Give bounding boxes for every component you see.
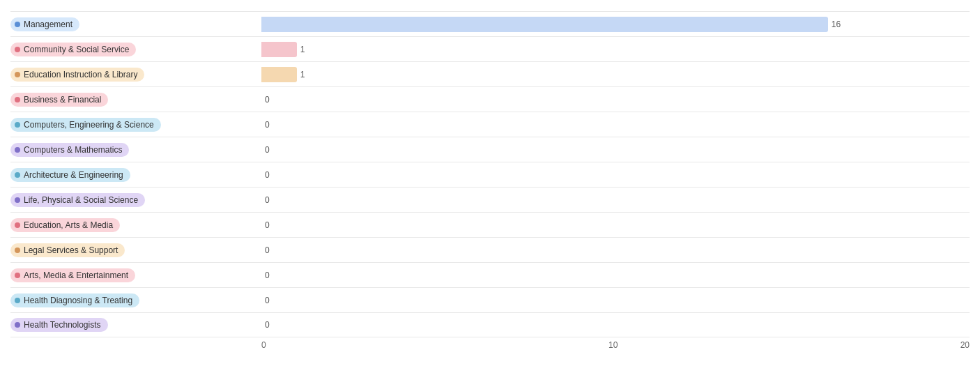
bar-value-label: 1 bbox=[300, 70, 305, 79]
bar-label-container: Legal Services & Support bbox=[10, 238, 261, 262]
label-pill: Education Instruction & Library bbox=[10, 68, 144, 82]
bar-row: Community & Social Service1 bbox=[10, 36, 970, 61]
label-pill: Health Diagnosing & Treating bbox=[10, 293, 139, 307]
bar-label-container: Health Diagnosing & Treating bbox=[10, 288, 261, 312]
bar-label-text: Computers, Engineering & Science bbox=[24, 120, 154, 130]
pill-dot bbox=[15, 222, 20, 228]
bar-label-text: Management bbox=[24, 20, 72, 29]
bar-value-label: 0 bbox=[265, 296, 270, 305]
pill-dot bbox=[15, 97, 20, 102]
pill-dot bbox=[15, 22, 20, 27]
x-tick: 10 bbox=[608, 340, 618, 350]
bar-row: Arts, Media & Entertainment0 bbox=[10, 262, 970, 287]
label-pill: Architecture & Engineering bbox=[10, 168, 130, 182]
bar-value-label: 0 bbox=[265, 120, 270, 130]
label-pill: Arts, Media & Entertainment bbox=[10, 268, 135, 282]
bar-section: 0 bbox=[261, 213, 970, 237]
bar-value-label: 0 bbox=[265, 270, 270, 280]
x-axis-inner: 01020 bbox=[261, 340, 970, 350]
bar-section: 0 bbox=[261, 112, 970, 137]
label-pill: Computers & Mathematics bbox=[10, 143, 129, 157]
x-tick: 0 bbox=[261, 340, 266, 350]
pill-dot bbox=[15, 47, 20, 52]
bar-label-text: Education, Arts & Media bbox=[24, 220, 113, 230]
bar-section: 0 bbox=[261, 188, 970, 212]
bar-value-label: 0 bbox=[265, 195, 270, 205]
bar-section: 1 bbox=[261, 62, 970, 86]
label-pill: Legal Services & Support bbox=[10, 243, 125, 257]
label-pill: Life, Physical & Social Science bbox=[10, 193, 145, 207]
bar-section: 0 bbox=[261, 162, 970, 187]
bar-value-label: 0 bbox=[265, 220, 270, 230]
label-pill: Health Technologists bbox=[10, 318, 108, 332]
chart-area: Management16Community & Social Service1E… bbox=[10, 11, 970, 350]
bar-value-label: 0 bbox=[265, 170, 270, 180]
pill-dot bbox=[15, 197, 20, 203]
bar-label-container: Architecture & Engineering bbox=[10, 162, 261, 187]
x-tick: 20 bbox=[960, 340, 970, 350]
bar-label-container: Computers, Engineering & Science bbox=[10, 112, 261, 137]
bar-label-text: Business & Financial bbox=[24, 95, 101, 105]
bar-value-label: 0 bbox=[265, 95, 270, 105]
bar-label-container: Health Technologists bbox=[10, 313, 261, 337]
bar-row: Education Instruction & Library1 bbox=[10, 61, 970, 86]
label-pill: Computers, Engineering & Science bbox=[10, 118, 161, 132]
bar-label-text: Health Diagnosing & Treating bbox=[24, 296, 132, 305]
bar-fill bbox=[261, 67, 297, 82]
pill-dot bbox=[15, 273, 20, 278]
bar-row: Computers & Mathematics0 bbox=[10, 137, 970, 162]
label-pill: Education, Arts & Media bbox=[10, 218, 120, 232]
bar-row: Computers, Engineering & Science0 bbox=[10, 112, 970, 137]
x-axis: 01020 bbox=[10, 340, 970, 350]
bar-value-label: 1 bbox=[300, 45, 305, 54]
bar-label-text: Health Technologists bbox=[24, 320, 101, 330]
bar-value-label: 0 bbox=[265, 145, 270, 155]
bar-label-text: Architecture & Engineering bbox=[24, 170, 123, 180]
label-pill: Business & Financial bbox=[10, 93, 108, 107]
pill-dot bbox=[15, 247, 20, 253]
bar-value-label: 0 bbox=[265, 320, 270, 330]
bar-section: 0 bbox=[261, 137, 970, 162]
bar-section: 16 bbox=[261, 12, 970, 36]
pill-dot bbox=[15, 147, 20, 153]
bar-section: 0 bbox=[261, 313, 970, 337]
bar-label-container: Business & Financial bbox=[10, 87, 261, 112]
bar-row: Health Technologists0 bbox=[10, 312, 970, 337]
bar-label-text: Computers & Mathematics bbox=[24, 145, 122, 155]
bar-section: 0 bbox=[261, 288, 970, 312]
pill-dot bbox=[15, 322, 20, 328]
bar-section: 0 bbox=[261, 238, 970, 262]
label-pill: Community & Social Service bbox=[10, 43, 136, 56]
bar-fill bbox=[261, 17, 828, 32]
bar-row: Business & Financial0 bbox=[10, 86, 970, 112]
bar-label-container: Computers & Mathematics bbox=[10, 137, 261, 162]
bar-value-label: 16 bbox=[832, 20, 841, 29]
bar-row: Legal Services & Support0 bbox=[10, 237, 970, 262]
label-pill: Management bbox=[10, 17, 79, 31]
bar-label-container: Education, Arts & Media bbox=[10, 213, 261, 237]
bar-label-text: Education Instruction & Library bbox=[24, 70, 137, 79]
bar-row: Education, Arts & Media0 bbox=[10, 212, 970, 237]
bar-section: 0 bbox=[261, 87, 970, 112]
bar-label-container: Arts, Media & Entertainment bbox=[10, 263, 261, 287]
bar-section: 1 bbox=[261, 37, 970, 61]
bar-label-text: Life, Physical & Social Science bbox=[24, 195, 138, 205]
bar-row: Life, Physical & Social Science0 bbox=[10, 187, 970, 212]
pill-dot bbox=[15, 122, 20, 128]
bar-row: Health Diagnosing & Treating0 bbox=[10, 287, 970, 312]
bar-label-text: Arts, Media & Entertainment bbox=[24, 270, 128, 280]
bar-label-container: Life, Physical & Social Science bbox=[10, 188, 261, 212]
bar-label-container: Management bbox=[10, 12, 261, 36]
bar-section: 0 bbox=[261, 263, 970, 287]
bar-row: Management16 bbox=[10, 11, 970, 36]
bar-label-text: Community & Social Service bbox=[24, 45, 129, 54]
bar-label-text: Legal Services & Support bbox=[24, 245, 118, 255]
bar-row: Architecture & Engineering0 bbox=[10, 162, 970, 187]
pill-dot bbox=[15, 72, 20, 77]
pill-dot bbox=[15, 298, 20, 303]
bar-label-container: Education Instruction & Library bbox=[10, 62, 261, 86]
bar-fill bbox=[261, 42, 297, 57]
bar-value-label: 0 bbox=[265, 245, 270, 255]
bar-label-container: Community & Social Service bbox=[10, 37, 261, 61]
pill-dot bbox=[15, 172, 20, 178]
